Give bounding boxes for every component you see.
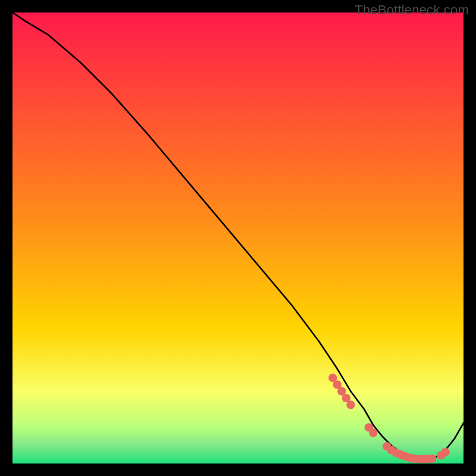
plot-area [12,12,464,464]
chart-frame: TheBottleneck.com [0,0,476,476]
watermark-text: TheBottleneck.com [355,2,469,18]
highlight-dot [346,400,355,409]
highlight-dot [441,448,450,456]
gradient-background [12,12,464,464]
chart-svg [12,12,464,464]
highlight-dot [428,455,436,463]
highlight-dot [369,428,377,437]
